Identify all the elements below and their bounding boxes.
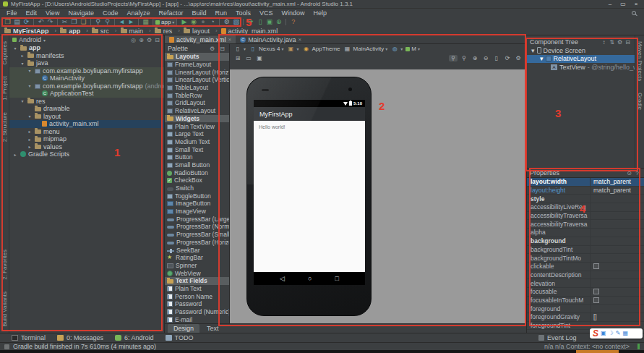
preview-mode-icon[interactable]: ▯ — [492, 55, 501, 61]
tool-window-button[interactable]: Maven Projects — [637, 35, 643, 87]
run-icon[interactable]: ▶ — [179, 17, 189, 27]
search-icon[interactable] — [632, 11, 636, 15]
replace-icon[interactable]: ⚲ — [103, 17, 112, 27]
design-mode-tab[interactable]: Design — [168, 324, 199, 333]
menu-item[interactable]: Help — [309, 9, 332, 17]
back-icon[interactable]: ◄ — [117, 17, 126, 27]
palette-item[interactable]: Medium Text — [165, 138, 229, 146]
menu-item[interactable]: Code — [98, 9, 123, 17]
tool-window-button[interactable]: Build Variants — [1, 286, 8, 333]
tool-window-button[interactable]: 1: Project — [1, 70, 8, 106]
layout-preview-content[interactable]: Hello world! — [254, 121, 365, 272]
design-mode-tab[interactable]: Text — [201, 324, 225, 333]
menu-item[interactable]: Run — [211, 9, 232, 17]
tool-window-button[interactable]: Terminal — [12, 334, 46, 341]
breadcrumb-item[interactable]: activity_main.xml — [221, 27, 278, 35]
breadcrumb-item[interactable]: layout — [184, 27, 221, 35]
tree-item[interactable]: ▾ java — [9, 59, 164, 67]
palette-item[interactable]: ImageView — [165, 208, 229, 216]
palette-item[interactable]: ImageButton — [165, 200, 229, 208]
palette-item[interactable]: TableLayout — [165, 84, 229, 92]
hide-panel-icon[interactable]: ⊟ — [624, 39, 632, 46]
expand-all-icon[interactable]: ↕ — [600, 39, 608, 46]
palette-item[interactable]: FrameLayout — [165, 61, 229, 69]
property-row[interactable]: contentDescription — [527, 271, 644, 280]
breadcrumb-item[interactable]: MyFirstApp — [4, 27, 60, 35]
chevron-down-icon[interactable]: ▾ — [43, 38, 46, 43]
design-canvas[interactable]: 5:10 MyFirstApp Hello world! ◁ ○ □ — [230, 69, 526, 323]
sync-icon[interactable]: ⟳ — [22, 17, 31, 27]
forward-icon[interactable]: ► — [126, 17, 136, 27]
menu-item[interactable]: Build — [187, 9, 210, 17]
show-grid-icon[interactable]: ⊞ — [233, 55, 242, 61]
palette-item[interactable]: Large Text — [165, 130, 229, 138]
close-button[interactable]: × — [631, 1, 641, 7]
palette-item[interactable]: Text Fields — [165, 277, 229, 285]
breadcrumb-item[interactable]: res — [155, 27, 184, 35]
zoom-actual-icon[interactable]: ⚲ — [449, 55, 458, 61]
project-view-selector[interactable]: Android — [19, 36, 41, 43]
gradle-sync-icon[interactable]: ⟳ — [246, 17, 255, 27]
theme-selector[interactable]: ◉AppTheme — [301, 46, 340, 52]
property-row[interactable]: accessibilityLiveReg — [527, 203, 644, 212]
collapse-all-icon[interactable]: ⇅ — [608, 39, 616, 46]
tool-window-button[interactable]: 2: Favorites — [1, 244, 8, 286]
help-icon[interactable]: ? — [288, 17, 298, 27]
palette-item[interactable]: E-mail — [165, 315, 229, 323]
menu-item[interactable]: VCS — [255, 9, 278, 17]
tree-item[interactable]: ▸ manifests — [9, 52, 164, 60]
palette-item[interactable]: LinearLayout (Horiz — [165, 68, 229, 76]
palette-item[interactable]: ProgressBar (Small) — [165, 231, 229, 239]
tool-window-button[interactable]: TODO — [166, 334, 194, 341]
tool-window-button[interactable]: 0: Messages — [57, 334, 103, 341]
menu-item[interactable]: Tools — [231, 9, 255, 17]
property-row[interactable]: backgroundTintMo — [527, 254, 644, 263]
palette-item[interactable]: Password (Numeric) — [165, 308, 229, 316]
palette-item[interactable]: Spinner — [165, 262, 229, 270]
menu-item[interactable]: Refactor — [154, 9, 187, 17]
palette-item[interactable]: Small Text — [165, 145, 229, 153]
tree-item[interactable]: ▾ com.example.boyliupan.myfirstapp — [9, 67, 164, 75]
run-configuration-selector[interactable]: app ▾ — [153, 18, 177, 26]
breadcrumb-item[interactable]: src — [92, 27, 121, 35]
keyboard-icon[interactable]: ▦ — [622, 329, 628, 338]
menu-item[interactable]: Navigate — [64, 9, 98, 17]
settings-icon[interactable]: ⚙ — [208, 46, 216, 52]
menu-item[interactable]: Edit — [22, 9, 42, 17]
component-tree-item[interactable]: TextView - @string/hello_world — [527, 63, 635, 72]
tool-window-button[interactable]: Gradle — [637, 87, 643, 116]
tool-window-button[interactable]: Captures — [1, 35, 8, 70]
palette-item[interactable]: RadioButton — [165, 169, 229, 176]
target-selector[interactable]: ▣▾ — [286, 46, 299, 52]
property-row[interactable]: layout:width match_parent — [527, 178, 644, 187]
hello-world-textview[interactable]: Hello world! — [259, 124, 285, 129]
zoom-out-icon[interactable]: ⊖ — [481, 55, 490, 61]
editor-tab[interactable]: activity_main.xml × — [165, 35, 236, 43]
tree-item[interactable]: ▾ app — [9, 44, 164, 52]
palette-item[interactable]: ProgressBar (Norma — [165, 223, 229, 231]
debug-icon[interactable]: ◉ — [189, 17, 198, 27]
attach-debugger-icon[interactable]: ◔ — [207, 17, 217, 27]
tree-item[interactable]: ▾ layout — [9, 113, 164, 121]
menu-item[interactable]: Window — [278, 9, 309, 17]
settings-icon[interactable]: ⚙ — [222, 17, 231, 27]
redo-icon[interactable]: ↷ — [46, 17, 55, 27]
settings-icon[interactable]: ⚙ — [616, 39, 624, 46]
device-selector[interactable]: ▯Nexus 4▾ — [249, 46, 283, 52]
tree-item[interactable]: ▸ mipmap — [9, 135, 164, 143]
property-row[interactable]: layout:height match_parent — [527, 187, 644, 195]
pin-icon[interactable]: ⊙ — [625, 170, 633, 176]
open-icon[interactable]: ❒ — [3, 17, 12, 27]
palette-item[interactable]: SeekBar — [165, 246, 229, 254]
ime-toolbar[interactable]: S ▣☽✎▦ — [590, 328, 643, 339]
tree-item[interactable]: ApplicationTest — [9, 90, 164, 98]
tool-window-button[interactable]: 6: Android — [115, 334, 154, 341]
property-row[interactable]: accessibilityTraversa — [527, 220, 644, 229]
property-row[interactable]: focusableInTouchM — [527, 297, 644, 305]
palette-item[interactable]: RatingBar — [165, 254, 229, 262]
activity-selector[interactable]: ▦MainActivity▾ — [343, 46, 388, 52]
palette-item[interactable]: RelativeLayout — [165, 107, 229, 115]
palette-item[interactable]: ToggleButton — [165, 192, 229, 200]
menu-item[interactable]: View — [41, 9, 64, 17]
tree-item[interactable]: MainActivity — [9, 75, 164, 82]
